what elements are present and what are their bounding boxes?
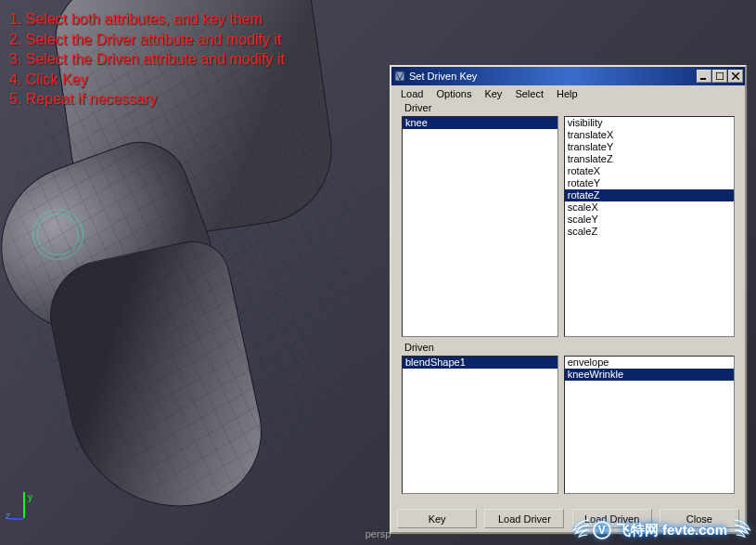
wing-icon [570,518,591,542]
wing-icon [733,518,753,542]
driver-group: Driver knee visibilitytranslateXtranslat… [395,108,741,344]
menu-load[interactable]: Load [395,87,429,100]
logo-v-icon: V [593,521,611,539]
list-item[interactable]: scaleZ [565,226,734,238]
maximize-button[interactable] [712,70,727,83]
svg-rect-2 [716,72,724,80]
driver-label: Driver [402,102,434,113]
driver-object-list[interactable]: knee [402,116,558,337]
instruction-line: 3. Select the Driven attribute and modif… [9,49,285,70]
instruction-line: 5. Repeat if necessary [9,89,285,110]
instruction-line: 4. Click Key [9,70,285,90]
list-item[interactable]: translateZ [565,153,734,165]
list-item[interactable]: envelope [565,357,734,369]
axis-indicator: y z [9,492,42,534]
menu-key[interactable]: Key [479,87,507,100]
load-driver-button[interactable]: Load Driver [484,509,564,528]
titlebar[interactable]: Set Driven Key [391,67,745,85]
list-item[interactable]: rotateY [565,177,734,189]
list-item[interactable]: scaleX [565,201,734,214]
instruction-overlay: 1. Select both attributes, and key them … [9,9,285,110]
instruction-line: 2. Select the Driver attribute and modif… [9,30,285,50]
menu-options[interactable]: Options [430,87,477,100]
menu-help[interactable]: Help [551,87,583,100]
driven-group: Driven blendShape1 envelopekneeWrinkle [395,347,741,500]
minimize-button[interactable] [697,70,711,83]
list-item[interactable]: kneeWrinkle [565,369,734,381]
app-icon [393,70,406,83]
driven-attr-list[interactable]: envelopekneeWrinkle [564,356,735,494]
key-button[interactable]: Key [397,509,477,528]
list-item[interactable]: translateX [565,129,734,141]
list-item[interactable]: scaleY [565,214,734,226]
list-item[interactable]: blendShape1 [403,357,557,369]
list-item[interactable]: rotateZ [565,189,734,201]
close-button[interactable] [728,70,743,83]
menu-select[interactable]: Select [509,87,549,100]
list-item[interactable]: rotateX [565,165,734,177]
set-driven-key-dialog: Set Driven Key Load Options Key Select H… [390,65,747,534]
viewport-camera-label: persp [365,528,391,539]
driven-object-list[interactable]: blendShape1 [402,356,558,494]
watermark-text: 飞特网 fevte.com [617,522,727,539]
svg-rect-1 [700,78,706,80]
watermark: V 飞特网 fevte.com [570,518,753,542]
title-text: Set Driven Key [409,71,697,82]
instruction-line: 1. Select both attributes, and key them [9,9,285,30]
control-handle[interactable] [37,214,79,255]
driven-label: Driven [402,342,437,353]
list-item[interactable]: visibility [565,117,734,129]
list-item[interactable]: translateY [565,141,734,153]
driver-attr-list[interactable]: visibilitytranslateXtranslateYtranslateZ… [564,116,735,337]
menubar: Load Options Key Select Help [391,85,745,102]
list-item[interactable]: knee [403,117,557,129]
